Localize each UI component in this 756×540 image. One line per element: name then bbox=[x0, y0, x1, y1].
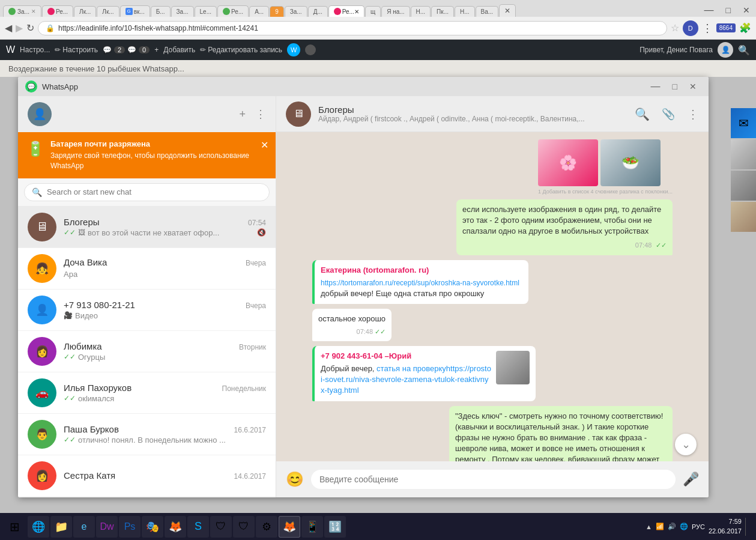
chat-item-blogery[interactable]: 🖥 Блогеры 07:54 ✓✓ 🖼 вот во этой части н… bbox=[18, 207, 276, 248]
taskbar-gear[interactable]: ⚙ bbox=[256, 516, 277, 538]
browser-tab-20[interactable]: Ва... bbox=[476, 6, 499, 17]
wa-max-btn[interactable]: □ bbox=[668, 82, 682, 91]
address-bar[interactable]: 🔒 https://leadinlife.info/10-fishek-what… bbox=[38, 21, 667, 35]
clock-time: 7:59 bbox=[709, 517, 742, 526]
msg-out-images: 🌸 🥗 1 Добавить в список 4 счовнике разли… bbox=[538, 139, 673, 195]
browser-tab-13[interactable]: Д... bbox=[308, 6, 328, 17]
bookmark-btn[interactable]: ☆ bbox=[671, 22, 679, 34]
tray-network[interactable]: 🌐 bbox=[680, 523, 688, 530]
menu-btn[interactable]: ⋮ bbox=[702, 22, 713, 35]
menu-left-btn[interactable]: ⋮ bbox=[255, 108, 266, 121]
msg-text-out-1: если используете изображения в один ряд,… bbox=[462, 205, 661, 235]
taskbar-calc[interactable]: 🔢 bbox=[324, 516, 346, 538]
wp-configure-btn[interactable]: ✏ Настроить bbox=[55, 46, 98, 54]
browser-tab-2[interactable]: Ре... bbox=[42, 5, 73, 17]
search-top-btn[interactable]: 🔍 bbox=[738, 44, 750, 56]
check-4: ✓✓ bbox=[64, 394, 76, 402]
battery-close-btn[interactable]: ✕ bbox=[261, 139, 268, 151]
avatar-top[interactable]: 👤 bbox=[718, 42, 733, 58]
browser-tab-17[interactable]: Н... bbox=[411, 6, 431, 17]
browser-tab-active[interactable]: Ре...✕ bbox=[328, 5, 364, 17]
taskbar-shield[interactable]: 🛡 bbox=[233, 516, 255, 538]
taskbar-ff[interactable]: 🦊 bbox=[165, 516, 186, 538]
refresh-btn[interactable]: ↻ bbox=[26, 22, 34, 34]
taskbar-clock[interactable]: 7:59 22.06.2017 bbox=[709, 517, 742, 536]
start-btn[interactable]: ⊞ bbox=[2, 515, 26, 539]
browser-tab-4[interactable]: Лк... bbox=[97, 6, 119, 17]
comment-count2[interactable]: 0 bbox=[139, 46, 150, 53]
chat-item-sestra[interactable]: 👩 Сестра Катя 14.6.2017 bbox=[18, 455, 276, 497]
wa-input-bar: 😊 🎤 bbox=[276, 461, 709, 497]
message-input[interactable] bbox=[311, 470, 676, 489]
forward-btn[interactable]: ▶ bbox=[16, 22, 23, 34]
browser-tab-6[interactable]: Б... bbox=[151, 6, 171, 17]
tray-lang[interactable]: РУС bbox=[692, 523, 705, 530]
taskbar-dw[interactable]: Dw bbox=[96, 516, 118, 538]
tray-show-desktop[interactable] bbox=[745, 518, 749, 536]
chat-header-info[interactable]: Блогеры Айдар, Андрей ( firstcook ., Анд… bbox=[318, 105, 585, 123]
chat-item-dochavika[interactable]: 👧 Доча Вика Вчера Ара bbox=[18, 248, 276, 290]
mic-btn[interactable]: 🎤 bbox=[683, 472, 699, 487]
browser-tab-12[interactable]: За... bbox=[285, 6, 307, 17]
chat-header-avatar[interactable]: 🖥 bbox=[286, 102, 311, 127]
taskbar-chrome[interactable]: 🎭 bbox=[142, 516, 163, 538]
messages-area: 🌸 🥗 1 Добавить в список 4 счовнике разли… bbox=[276, 132, 709, 461]
win-maximize[interactable]: □ bbox=[720, 4, 737, 16]
comment-count[interactable]: 2 bbox=[114, 46, 125, 53]
chat-item-ilya[interactable]: 🚗 Илья Пахоруков Понедельник ✓✓ окlималс… bbox=[18, 372, 276, 414]
msg-text-long: "Здесь ключ" - смотреть нужно по точному… bbox=[455, 411, 663, 461]
chat-menu-btn[interactable]: ⋮ bbox=[687, 107, 699, 121]
taskbar-ms[interactable]: 🛡 bbox=[210, 516, 232, 538]
taskbar-ps[interactable]: Ps bbox=[119, 516, 141, 538]
tray-vol[interactable]: 🔊 bbox=[668, 523, 676, 530]
browser-tab-10[interactable]: А... bbox=[249, 6, 269, 17]
browser-tab-8[interactable]: Le... bbox=[195, 6, 217, 17]
msg-link-ekaterina[interactable]: https://tortomarafon.ru/recepti/sup/okro… bbox=[321, 279, 519, 287]
extensions-btn[interactable]: 🧩 bbox=[739, 22, 751, 34]
scroll-down-btn[interactable]: ⌄ bbox=[675, 434, 697, 455]
browser-tab-19[interactable]: Н... bbox=[455, 6, 475, 17]
wa-left-header: 👤 + ⋮ bbox=[18, 96, 276, 132]
browser-tab-3[interactable]: Лк... bbox=[74, 6, 96, 17]
msg-in-yuriy: +7 902 443-61-04 –Юрий Добрый вечер, ста… bbox=[312, 346, 536, 401]
profile-btn[interactable]: D bbox=[683, 20, 698, 36]
win-minimize[interactable]: — bbox=[698, 4, 720, 17]
taskbar-explorer[interactable]: 📁 bbox=[50, 516, 72, 538]
browser-tab-16[interactable]: Я на... bbox=[381, 6, 410, 17]
msg-thumb-yuriy bbox=[496, 351, 530, 384]
taskbar-wa[interactable]: 📱 bbox=[301, 516, 323, 538]
search-input[interactable] bbox=[47, 187, 262, 196]
add-new-btn[interactable]: + bbox=[154, 46, 159, 54]
add-label[interactable]: Добавить bbox=[163, 46, 195, 54]
chat-name-4: Илья Пахоруков bbox=[64, 383, 132, 393]
taskbar-skype[interactable]: S bbox=[187, 516, 209, 538]
browser-tab-18[interactable]: Пк... bbox=[431, 6, 454, 17]
browser-tab-1[interactable]: За...✕ bbox=[3, 5, 41, 17]
search-chat-btn[interactable]: 🔍 bbox=[635, 107, 650, 121]
wa-min-btn[interactable]: — bbox=[646, 81, 665, 92]
msg-text-in-ek: добрый вечер! Еще одна статья про окрошк… bbox=[321, 289, 484, 298]
browser-tab-15[interactable]: щ bbox=[365, 6, 381, 17]
browser-tab-7[interactable]: За... bbox=[171, 6, 194, 17]
wa-close-btn[interactable]: ✕ bbox=[685, 82, 701, 91]
chat-item-pasha[interactable]: 👨 Паша Бурков 16.6.2017 ✓✓ отлично! поня… bbox=[18, 414, 276, 455]
browser-tab-11[interactable]: 9 bbox=[270, 6, 284, 17]
edit-record-btn[interactable]: ✏ Редактировать запись bbox=[200, 46, 282, 54]
tray-up-arrow[interactable]: ▲ bbox=[646, 523, 652, 530]
close-tab-btn[interactable]: ✕ bbox=[499, 4, 516, 17]
wp-site-name[interactable]: Настро... bbox=[20, 46, 50, 54]
chat-item-phone[interactable]: 👤 +7 913 080-21-21 Вчера 🎥 Видео bbox=[18, 290, 276, 331]
taskbar-ff2[interactable]: 🦊 bbox=[279, 516, 300, 538]
emoji-btn[interactable]: 😊 bbox=[286, 471, 304, 488]
img-caption: 1 Добавить в список 4 счовнике разлика с… bbox=[538, 189, 673, 195]
browser-tab-9[interactable]: Ре... bbox=[217, 5, 249, 17]
chat-item-lyubimka[interactable]: 👩 Любимка Вторник ✓✓ Огурцы bbox=[18, 331, 276, 372]
taskbar-ie[interactable]: 🌐 bbox=[28, 516, 49, 538]
win-close[interactable]: ✕ bbox=[737, 4, 756, 16]
attach-btn[interactable]: 📎 bbox=[662, 108, 675, 121]
taskbar-ie2[interactable]: e bbox=[73, 516, 95, 538]
back-btn[interactable]: ◀ bbox=[5, 22, 12, 34]
browser-tab-5[interactable]: G вк... bbox=[120, 5, 150, 17]
new-chat-btn[interactable]: + bbox=[239, 108, 246, 121]
user-avatar[interactable]: 👤 bbox=[28, 102, 52, 126]
